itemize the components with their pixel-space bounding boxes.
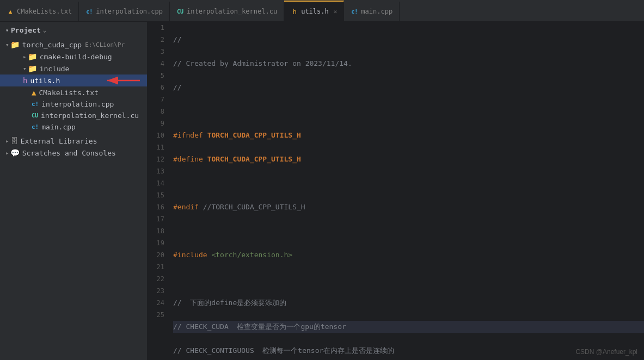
ln-3: 3 (149, 46, 164, 58)
sidebar-item-interp-cpp[interactable]: c! interpolation.cpp (0, 98, 147, 110)
code-line-9 (173, 225, 644, 237)
ln-12: 12 (149, 153, 164, 165)
tab-interp-kernel[interactable]: CU interpolation_kernel.cu (170, 2, 284, 21)
root-chevron: ▾ (5, 41, 9, 48)
scratches-icon: 💬 (10, 148, 20, 157)
ext-libs-label: External Libraries (21, 137, 97, 145)
ln-14: 14 (149, 177, 164, 189)
cmakelists-icon: ▲ (32, 88, 36, 97)
line-numbers: 1 2 3 4 5 6 7 8 9 10 11 12 13 14 15 16 1… (147, 22, 169, 360)
tab-main-cpp-label: main.cpp (361, 8, 392, 15)
sidebar-item-ext-libs[interactable]: ▸ 🗄 External Libraries (0, 135, 147, 147)
ln-10: 10 (149, 129, 164, 141)
ln-22: 22 (149, 273, 164, 285)
ln-15: 15 (149, 189, 164, 201)
main-cpp-sidebar-icon: c! (32, 123, 39, 131)
root-path: E:\CLion\Pr (85, 41, 125, 48)
ln-25: 25 (149, 309, 164, 321)
tab-cmake-label: CMakeLists.txt (17, 8, 72, 15)
sidebar-item-scratches[interactable]: ▸ 💬 Scratches and Consoles (0, 147, 147, 159)
tab-interp-kernel-label: interpolation_kernel.cu (187, 8, 277, 15)
utils-h-file-icon: h (23, 76, 27, 85)
sidebar-item-main-cpp[interactable]: c! main.cpp (0, 121, 147, 133)
code-editor[interactable]: // // Created by Administrator on 2023/1… (169, 22, 644, 360)
ln-1: 1 (149, 22, 164, 34)
main-cpp-label: main.cpp (41, 123, 76, 131)
ln-11: 11 (149, 141, 164, 153)
ln-17: 17 (149, 213, 164, 225)
ext-libs-icon: 🗄 (10, 136, 18, 145)
cu-icon: CU (176, 8, 184, 15)
code-line-5: #ifndef TORCH_CUDA_CPP_UTILS_H (173, 129, 644, 141)
main-cpp-icon: c! (351, 8, 358, 15)
ln-9: 9 (149, 117, 164, 129)
h-icon: h (291, 8, 298, 15)
code-line-11 (173, 273, 644, 285)
ln-7: 7 (149, 94, 164, 105)
code-line-12: // 下面的define是必须要添加的 (173, 297, 644, 309)
interp-kernel-icon: CU (32, 113, 38, 119)
ln-5: 5 (149, 70, 164, 82)
sidebar-item-include[interactable]: ▾ 📁 include (0, 63, 147, 75)
main-area: ▾ Project ⌄ ▾ 📁 torch_cuda_cpp E:\CLion\… (0, 22, 644, 360)
tab-main-cpp[interactable]: c! main.cpp (344, 2, 400, 21)
code-line-2: // Created by Administrator on 2023/11/1… (173, 58, 644, 70)
editor-area[interactable]: 1 2 3 4 5 6 7 8 9 10 11 12 13 14 15 16 1… (147, 22, 644, 360)
sidebar-item-project-root[interactable]: ▾ 📁 torch_cuda_cpp E:\CLion\Pr (0, 39, 147, 51)
code-line-7 (173, 177, 644, 189)
tab-close-utils-h[interactable]: ✕ (334, 8, 338, 15)
code-line-14: // CHECK_CONTIGUOUS 检测每一个tensor在内存上是否是连续… (173, 345, 644, 357)
project-dropdown-icon: ⌄ (43, 27, 47, 34)
code-line-6: #define TORCH_CUDA_CPP_UTILS_H (173, 153, 644, 165)
code-line-8: #endif //TORCH_CUDA_CPP_UTILS_H (173, 201, 644, 213)
code-line-13: // CHECK_CUDA 检查变量是否为一个gpu的tensor (173, 321, 644, 333)
include-folder-icon: 📁 (28, 64, 37, 73)
cmake-icon: ▲ (7, 8, 14, 15)
ln-24: 24 (149, 297, 164, 309)
ext-libs-chevron: ▸ (5, 138, 9, 145)
include-label: include (40, 65, 70, 73)
cmake-build-chevron: ▸ (23, 53, 27, 60)
scratches-chevron: ▸ (5, 150, 9, 157)
root-label: torch_cuda_cpp (22, 41, 82, 49)
sidebar-item-utils-h[interactable]: h utils.h (0, 75, 147, 86)
ln-6: 6 (149, 82, 164, 94)
cpp-icon: c! (85, 8, 93, 15)
ln-23: 23 (149, 285, 164, 297)
sidebar-item-cmakelists[interactable]: ▲ CMakeLists.txt (0, 86, 147, 98)
tab-utils-h[interactable]: h utils.h ✕ (284, 1, 344, 21)
utils-h-label: utils.h (30, 77, 60, 85)
project-title: Project (11, 26, 41, 34)
scratches-label: Scratches and Consoles (22, 149, 116, 157)
ln-19: 19 (149, 237, 164, 249)
ln-18: 18 (149, 225, 164, 237)
ln-8: 8 (149, 105, 164, 117)
cmake-build-label: cmake-build-debug (40, 53, 112, 61)
watermark: CSDN @Anefuer_kpl (575, 348, 637, 356)
ln-16: 16 (149, 201, 164, 213)
code-line-1: // (173, 34, 644, 46)
tab-bar: ▲ CMakeLists.txt c! interpolation.cpp CU… (0, 0, 644, 22)
ln-4: 4 (149, 58, 164, 70)
interp-kernel-label: interpolation_kernel.cu (41, 111, 139, 120)
root-folder-icon: 📁 (10, 40, 20, 49)
tab-interp-cpp-label: interpolation.cpp (96, 8, 163, 15)
include-chevron: ▾ (23, 65, 27, 72)
sidebar: ▾ Project ⌄ ▾ 📁 torch_cuda_cpp E:\CLion\… (0, 22, 147, 360)
sidebar-item-interp-kernel[interactable]: CU interpolation_kernel.cu (0, 110, 147, 121)
ln-21: 21 (149, 261, 164, 273)
red-arrow-annotation (105, 75, 143, 86)
cmake-build-folder-icon: 📁 (28, 52, 37, 61)
project-header[interactable]: ▾ Project ⌄ (0, 22, 147, 39)
code-line-10: #include <torch/extension.h> (173, 249, 644, 261)
tab-cmake[interactable]: ▲ CMakeLists.txt (0, 2, 79, 21)
code-line-3: // (173, 82, 644, 94)
interp-cpp-icon: c! (32, 101, 39, 108)
ln-13: 13 (149, 165, 164, 177)
sidebar-item-cmake-build[interactable]: ▸ 📁 cmake-build-debug (0, 51, 147, 63)
code-line-4 (173, 105, 644, 117)
ln-20: 20 (149, 249, 164, 261)
project-chevron: ▾ (5, 27, 9, 33)
ln-2: 2 (149, 34, 164, 46)
tab-interp-cpp[interactable]: c! interpolation.cpp (79, 2, 170, 21)
